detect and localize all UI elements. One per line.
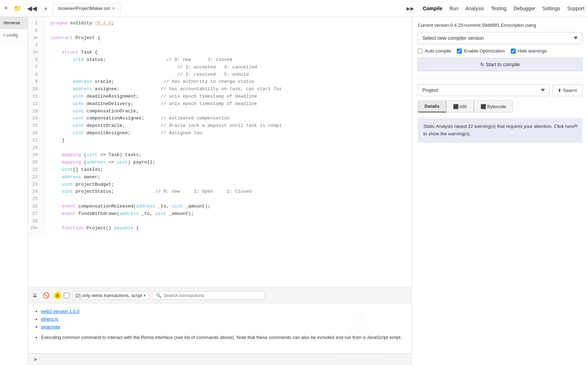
code-line: mapping (uint => Task) tasks;: [51, 151, 406, 159]
add-file-button[interactable]: +: [3, 3, 10, 13]
editor-area: 1 2 3 ▼ 4 5 ▼ 6 7 8 9 10 11 12 13 14: [28, 17, 412, 287]
collapse-bottom-button[interactable]: ⇊: [31, 291, 38, 299]
compiler-version-select[interactable]: Select new compiler version: [418, 32, 582, 44]
nav-analysis[interactable]: Analysis: [465, 4, 484, 13]
bottom-content: remix web3 version 1.0.0 ethers.js swarm…: [28, 303, 412, 353]
project-row: Project ⬆ Swarm: [418, 84, 582, 96]
section-divider: [418, 78, 582, 79]
code-line: uint deadlineDelivery; // unix epoch tim…: [51, 100, 406, 108]
code-container[interactable]: 1 2 3 ▼ 4 5 ▼ 6 7 8 9 10 11 12 13 14: [28, 17, 412, 287]
top-nav: Compile Run Analysis Testing Debugger Se…: [422, 4, 585, 13]
code-line: uint deadlineAssignment; // unix epoch t…: [51, 93, 406, 100]
nav-compile[interactable]: Compile: [422, 4, 443, 13]
nav-support[interactable]: Support: [566, 4, 585, 13]
swarm-button[interactable]: ⬆ Swarm: [552, 85, 582, 96]
code-line: // 2: resolved 5: onhold: [51, 71, 406, 79]
enable-opt-option[interactable]: Enable Optimization: [457, 48, 505, 54]
hide-warnings-option[interactable]: Hide warnings: [511, 48, 547, 54]
tab-close-button[interactable]: ✕: [112, 6, 115, 11]
prompt-line[interactable]: >: [28, 353, 412, 365]
code-line: [51, 144, 406, 152]
auto-compile-option[interactable]: Auto compile: [418, 48, 451, 54]
main-area: >browse > config 1 2 3 ▼ 4 5 ▼ 6 7 8: [0, 17, 588, 365]
left-sidebar: >browse > config: [0, 17, 28, 365]
code-line: uint depositOracle; // Oracle lock a dep…: [51, 122, 406, 130]
bottom-panel: ⇊ 🚫 0 [2] only remix transactions, scrip…: [28, 287, 412, 365]
version-info: Current version:0.4.25+commit.59dbf8f1.E…: [418, 23, 582, 28]
code-line: event fundsWithdrawn(address _to, uint _…: [51, 210, 406, 218]
swarmgw-link[interactable]: swarmgw: [41, 324, 60, 329]
toolbar-icons: + 📁 ◀◀ ＋: [3, 3, 50, 14]
code-line: uint depositAssignee; // Assignee too: [51, 130, 406, 137]
code-line: uint compensationAssignee; // estimated …: [51, 115, 406, 122]
auto-compile-label: Auto compile: [425, 48, 451, 54]
code-line: int8 status; // 0: new 3: closed: [51, 56, 406, 64]
nav-settings[interactable]: Settings: [541, 4, 561, 13]
bytecode-tab[interactable]: ⬛ Bytecode: [474, 100, 513, 112]
ethers-link[interactable]: ethers.js: [41, 316, 58, 322]
sidebar-item-config[interactable]: > config: [0, 29, 28, 42]
code-line: event compensationReleased(address _to, …: [51, 203, 406, 210]
filter-arrow-icon: ▾: [143, 293, 146, 298]
transaction-badge: 0: [54, 292, 61, 299]
nav-run[interactable]: Run: [449, 4, 459, 13]
web3-link[interactable]: web3 version 1.0.0: [41, 309, 79, 314]
code-line: contract Project {: [51, 35, 406, 42]
code-line: uint projectStatus; // 0: new 1: Open 2:…: [51, 188, 406, 196]
tab-label: browser/ProjectMaker.sol: [59, 6, 110, 11]
sidebar-item-browser[interactable]: >browse: [0, 17, 28, 29]
code-line: [51, 218, 406, 225]
nav-forward-button[interactable]: ▶▶: [404, 4, 416, 13]
prompt-symbol: >: [34, 357, 37, 362]
collapse-all-button[interactable]: ◀◀: [26, 3, 38, 14]
hide-warnings-label: Hide warnings: [518, 48, 547, 54]
top-toolbar: + 📁 ◀◀ ＋ browser/ProjectMaker.sol ✕ ▶▶ C…: [0, 0, 588, 17]
nav-testing[interactable]: Testing: [490, 4, 507, 13]
code-line: address owner;: [51, 174, 406, 181]
search-input[interactable]: [164, 293, 234, 298]
code-content[interactable]: pragma solidity ^0.4.0; contract Project…: [45, 17, 412, 235]
tab-area: browser/ProjectMaker.sol ✕: [53, 3, 405, 13]
warning-text: Static Analysis raised 22 warning(s) tha…: [423, 124, 574, 136]
code-line: [51, 196, 406, 203]
right-panel: Current version:0.4.25+commit.59dbf8f1.E…: [412, 17, 588, 365]
project-select[interactable]: Project: [418, 84, 550, 96]
console-description: Executing common command to interact wit…: [41, 335, 402, 340]
clear-button[interactable]: 🚫: [41, 291, 51, 299]
filter-checkbox[interactable]: [64, 293, 69, 298]
line-numbers: 1 2 3 ▼ 4 5 ▼ 6 7 8 9 10 11 12 13 14: [28, 17, 45, 235]
enable-opt-checkbox[interactable]: [457, 49, 462, 54]
code-lines: 1 2 3 ▼ 4 5 ▼ 6 7 8 9 10 11 12 13 14: [28, 17, 412, 235]
auto-compile-checkbox[interactable]: [418, 49, 423, 54]
start-compile-button[interactable]: ↻ Start to compile: [418, 58, 582, 71]
bottom-toolbar: ⇊ 🚫 0 [2] only remix transactions, scrip…: [28, 288, 412, 303]
code-line: uint projectBudget;: [51, 181, 406, 188]
code-line: // 1: accepted 4: cancelled: [51, 64, 406, 71]
code-line: mapping (address => uint) payroll;: [51, 159, 406, 166]
details-tab[interactable]: Details: [418, 100, 446, 112]
code-line: address oracle; // has authority to chan…: [51, 78, 406, 86]
code-line: uint[] taskIds;: [51, 166, 406, 174]
code-line: function Project() payable {: [51, 225, 406, 232]
hide-warnings-checkbox[interactable]: [511, 49, 516, 54]
transaction-filter[interactable]: [2] only remix transactions, script ▾: [72, 291, 149, 300]
nav-debugger[interactable]: Debugger: [513, 4, 536, 13]
code-line: [51, 27, 406, 35]
abi-tab[interactable]: ⬛ ABI: [446, 100, 474, 112]
warning-box: Static Analysis raised 22 warning(s) tha…: [418, 118, 582, 143]
code-line: struct Task {: [51, 49, 406, 56]
warning-close-button[interactable]: ✕: [574, 122, 578, 131]
code-line: address assignee; // has accountability …: [51, 86, 406, 93]
nav-icons: ▶▶: [404, 4, 416, 13]
filter-label: [2] only remix transactions, script: [75, 293, 142, 298]
open-folder-button[interactable]: 📁: [12, 3, 23, 14]
code-line: [51, 42, 406, 49]
search-icon: 🔍: [156, 293, 161, 298]
enable-opt-label: Enable Optimization: [464, 48, 505, 54]
new-file-button[interactable]: ＋: [41, 3, 50, 14]
code-line: uint compensationOracle;: [51, 108, 406, 115]
transaction-search[interactable]: 🔍: [152, 291, 265, 300]
detail-tabs: Details ⬛ ABI ⬛ Bytecode: [418, 100, 582, 112]
compile-options: Auto compile Enable Optimization Hide wa…: [418, 48, 582, 54]
active-tab[interactable]: browser/ProjectMaker.sol ✕: [53, 3, 121, 13]
